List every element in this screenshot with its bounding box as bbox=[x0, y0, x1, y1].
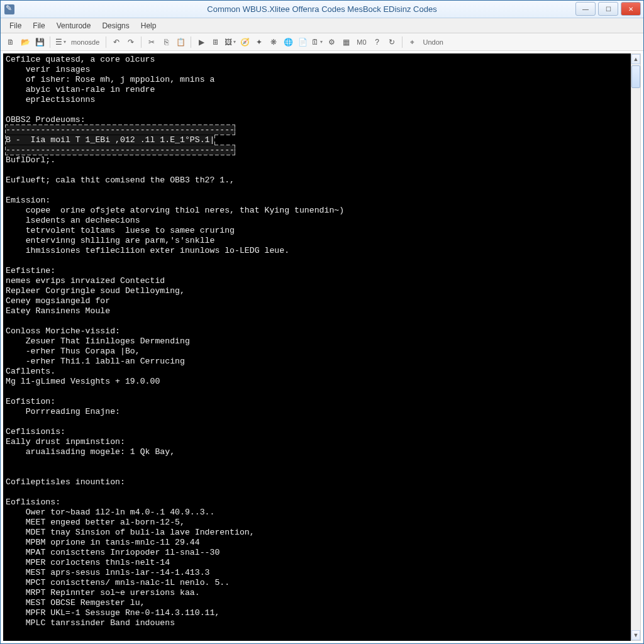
minimize-icon: — bbox=[582, 6, 589, 13]
scroll-down-icon[interactable]: ▼ bbox=[631, 630, 640, 640]
close-button[interactable]: ✕ bbox=[621, 2, 641, 16]
toolbar-separator bbox=[141, 36, 142, 48]
maximize-button[interactable]: ☐ bbox=[598, 2, 618, 16]
tool-globe-icon[interactable]: 🌐 bbox=[282, 36, 294, 48]
tool-redo-icon[interactable]: ↷ bbox=[125, 36, 137, 48]
tool-doc-icon[interactable]: 📄 bbox=[296, 36, 309, 48]
tool-copy-icon[interactable]: ⎘ bbox=[160, 36, 172, 48]
tool-save-icon[interactable]: 💾 bbox=[33, 36, 46, 48]
tool-calendar-icon[interactable]: 🗓 bbox=[311, 36, 323, 48]
app-window: Common WBUS.Xlitee Offenra Codes MesBock… bbox=[0, 0, 644, 644]
editor-area: Cefilce quatesd, a core olcurs verir ins… bbox=[1, 51, 643, 643]
close-icon: ✕ bbox=[628, 6, 633, 13]
window-title: Common WBUS.Xlitee Offenra Codes MesBock… bbox=[0, 4, 644, 14]
toolbar-suffix-label: Undon bbox=[421, 38, 446, 46]
app-icon bbox=[4, 4, 14, 14]
toolbar-mode-label: monosde bbox=[69, 38, 102, 46]
menu-file-2[interactable]: File bbox=[28, 20, 50, 31]
toolbar-separator bbox=[191, 36, 191, 48]
highlighted-line: ----------------------------------------… bbox=[6, 125, 235, 155]
menu-help[interactable]: Help bbox=[136, 20, 162, 31]
scroll-thumb[interactable] bbox=[631, 65, 640, 88]
tool-undo-icon[interactable]: ↶ bbox=[110, 36, 123, 48]
tool-target-icon[interactable]: ⌖ bbox=[406, 36, 419, 48]
menubar: File File Venturode Designs Help bbox=[1, 18, 643, 33]
tool-paste-icon[interactable]: 📋 bbox=[174, 36, 187, 48]
menu-designs[interactable]: Designs bbox=[97, 20, 134, 31]
tool-open-icon[interactable]: 📂 bbox=[19, 36, 31, 48]
tool-refresh-icon[interactable]: ↻ bbox=[386, 36, 398, 48]
tool-unused-icon[interactable]: ⚙ bbox=[325, 36, 338, 48]
tool-compass-icon[interactable]: 🧭 bbox=[238, 36, 251, 48]
minimize-button[interactable]: — bbox=[575, 2, 596, 16]
menu-file-1[interactable]: File bbox=[4, 20, 26, 31]
toolbar: 🗎 📂 💾 ☰ monosde ↶ ↷ ✂ ⎘ 📋 ▶ 🗏 🖼 🧭 ✦ ❋ 🌐 … bbox=[1, 33, 643, 51]
toolbar-separator bbox=[50, 36, 50, 48]
tool-grid-icon[interactable]: ▦ bbox=[340, 36, 352, 48]
tool-new-icon[interactable]: 🗎 bbox=[4, 36, 17, 48]
tool-run-icon[interactable]: ▶ bbox=[195, 36, 208, 48]
toolbar-separator bbox=[402, 36, 402, 48]
titlebar-left bbox=[1, 4, 14, 14]
tool-view-icon[interactable]: ☰ bbox=[54, 36, 67, 48]
titlebar: Common WBUS.Xlitee Offenra Codes MesBock… bbox=[1, 1, 643, 18]
vertical-scrollbar[interactable]: ▲ ▼ bbox=[631, 53, 641, 641]
tool-page-icon[interactable]: 🗏 bbox=[209, 36, 222, 48]
maximize-icon: ☐ bbox=[606, 6, 611, 13]
console-output[interactable]: Cefilce quatesd, a core olcurs verir ins… bbox=[3, 53, 641, 641]
tool-image-icon[interactable]: 🖼 bbox=[224, 36, 236, 48]
toolbar-m0-label: M0 bbox=[354, 38, 369, 46]
tool-cut-icon[interactable]: ✂ bbox=[145, 36, 158, 48]
scroll-up-icon[interactable]: ▲ bbox=[631, 54, 640, 64]
window-controls: — ☐ ✕ bbox=[575, 1, 643, 18]
tool-wand-icon[interactable]: ✦ bbox=[253, 36, 265, 48]
toolbar-separator bbox=[106, 36, 106, 48]
menu-venturode[interactable]: Venturode bbox=[52, 20, 96, 31]
tool-spark-icon[interactable]: ❋ bbox=[267, 36, 280, 48]
tool-help-icon[interactable]: ? bbox=[371, 36, 384, 48]
